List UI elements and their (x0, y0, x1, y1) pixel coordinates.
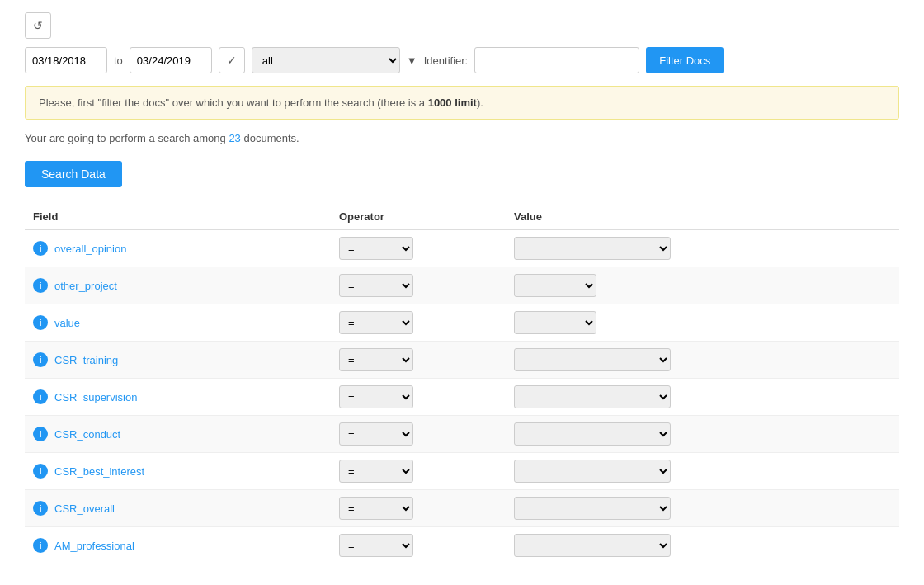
info-icon-overall_opinion[interactable]: i (33, 241, 48, 256)
table-row: i CSR_best_interest = != > < (25, 453, 899, 490)
field-name-CSR_conduct: CSR_conduct (54, 428, 120, 441)
operator-select-CSR_best_interest[interactable]: = != > < (339, 460, 413, 483)
info-icon-other_project[interactable]: i (33, 278, 48, 293)
field-name-AM_professional: AM_professional (54, 540, 134, 552)
value-select-other_project[interactable] (514, 274, 596, 297)
operator-cell-CSR_supervision: = != > < (331, 379, 506, 416)
operator-select-CSR_overall[interactable]: = != > < (339, 497, 413, 520)
table-row: i CSR_supervision = != > < (25, 379, 899, 416)
operator-cell-other_project: = != > < (331, 267, 506, 304)
table-row: i CSR_overall = != > < (25, 490, 899, 527)
field-cell-CSR_training: i CSR_training (25, 342, 331, 379)
table-row: i value = != > < (25, 304, 899, 342)
search-count-after: documents. (241, 132, 299, 144)
field-name-CSR_training: CSR_training (54, 354, 118, 366)
value-select-value[interactable] (514, 311, 596, 334)
value-select-overall_opinion[interactable] (514, 237, 671, 260)
value-select-AM_professional[interactable] (514, 534, 671, 557)
operator-select-CSR_conduct[interactable]: = != > < (339, 422, 413, 446)
field-cell-CSR_best_interest: i CSR_best_interest (25, 453, 331, 490)
table-row: i CSR_training = != > < (25, 342, 899, 379)
field-name-CSR_best_interest: CSR_best_interest (54, 465, 144, 478)
value-cell-CSR_training (506, 342, 899, 379)
value-cell-CSR_supervision (506, 379, 899, 416)
col-header-value: Value (506, 204, 899, 230)
refresh-button[interactable]: ↺ (25, 12, 51, 39)
operator-cell-CSR_best_interest: = != > < (331, 453, 506, 490)
info-icon-value[interactable]: i (33, 315, 48, 330)
table-row: i AM_professional = != > < (25, 527, 899, 564)
search-count-before: Your are going to perform a search among (25, 132, 229, 144)
value-select-CSR_training[interactable] (514, 348, 671, 371)
operator-cell-overall_opinion: = != > < (331, 230, 506, 267)
operator-select-CSR_supervision[interactable]: = != > < (339, 385, 413, 408)
operator-cell-AM_professional: = != > < (331, 527, 506, 564)
info-icon-CSR_overall[interactable]: i (33, 501, 48, 516)
value-cell-value (506, 304, 899, 342)
value-select-CSR_best_interest[interactable] (514, 460, 671, 483)
info-icon-CSR_supervision[interactable]: i (33, 389, 48, 404)
operator-cell-value: = != > < (331, 304, 506, 342)
value-select-CSR_supervision[interactable] (514, 385, 671, 408)
search-count-number: 23 (229, 132, 240, 144)
info-box: Please, first "filter the docs" over whi… (25, 86, 899, 120)
field-cell-value: i value (25, 304, 331, 342)
field-name-value: value (54, 317, 80, 329)
filter-docs-button[interactable]: Filter Docs (646, 47, 724, 73)
table-row: i other_project = != > < (25, 267, 899, 304)
value-cell-overall_opinion (506, 230, 899, 267)
info-text-before: Please, first "filter the docs" over whi… (39, 97, 428, 109)
field-cell-overall_opinion: i overall_opinion (25, 230, 331, 267)
operator-select-CSR_training[interactable]: = != > < (339, 348, 413, 371)
value-select-CSR_overall[interactable] (514, 497, 671, 520)
operator-cell-CSR_overall: = != > < (331, 490, 506, 527)
to-label: to (114, 54, 123, 67)
field-name-other_project: other_project (54, 280, 117, 292)
field-name-CSR_supervision: CSR_supervision (54, 391, 137, 403)
operator-select-value[interactable]: = != > < (339, 311, 413, 334)
identifier-label: Identifier: (424, 54, 468, 67)
field-cell-CSR_supervision: i CSR_supervision (25, 379, 331, 416)
identifier-prefix: ▼ (407, 54, 417, 67)
check-icon: ✓ (227, 54, 237, 67)
date-from-input[interactable] (25, 47, 107, 73)
field-cell-other_project: i other_project (25, 267, 331, 304)
check-button[interactable]: ✓ (219, 47, 245, 73)
field-cell-CSR_conduct: i CSR_conduct (25, 416, 331, 453)
operator-select-overall_opinion[interactable]: = != > < (339, 237, 413, 260)
operator-select-other_project[interactable]: = != > < (339, 274, 413, 297)
info-icon-CSR_conduct[interactable]: i (33, 427, 48, 441)
value-cell-CSR_conduct (506, 416, 899, 453)
info-text-after: ). (477, 97, 483, 109)
date-to-input[interactable] (130, 47, 212, 73)
value-cell-AM_professional (506, 527, 899, 564)
field-name-overall_opinion: overall_opinion (54, 243, 126, 255)
value-cell-other_project (506, 267, 899, 304)
operator-select-AM_professional[interactable]: = != > < (339, 534, 413, 557)
table-row: i CSR_conduct = != > < (25, 416, 899, 453)
value-select-CSR_conduct[interactable] (514, 422, 671, 446)
field-name-CSR_overall: CSR_overall (54, 502, 115, 515)
col-header-field: Field (25, 204, 331, 230)
info-icon-AM_professional[interactable]: i (33, 538, 48, 553)
table-row: i overall_opinion = != > < (25, 230, 899, 267)
col-header-operator: Operator (331, 204, 506, 230)
search-data-button[interactable]: Search Data (25, 161, 122, 187)
info-icon-CSR_training[interactable]: i (33, 352, 48, 367)
value-cell-CSR_best_interest (506, 453, 899, 490)
filter-row: to ✓ all ▼ Identifier: Filter Docs (25, 47, 899, 73)
fields-table: Field Operator Value i overall_opinion =… (25, 204, 899, 564)
value-cell-CSR_overall (506, 490, 899, 527)
identifier-input[interactable] (474, 47, 639, 73)
refresh-icon: ↺ (33, 19, 43, 32)
search-count: Your are going to perform a search among… (25, 132, 899, 144)
operator-cell-CSR_training: = != > < (331, 342, 506, 379)
field-cell-CSR_overall: i CSR_overall (25, 490, 331, 527)
info-icon-CSR_best_interest[interactable]: i (33, 464, 48, 479)
info-limit: 1000 limit (428, 97, 477, 109)
field-cell-AM_professional: i AM_professional (25, 527, 331, 564)
scope-select[interactable]: all (252, 47, 400, 73)
operator-cell-CSR_conduct: = != > < (331, 416, 506, 453)
